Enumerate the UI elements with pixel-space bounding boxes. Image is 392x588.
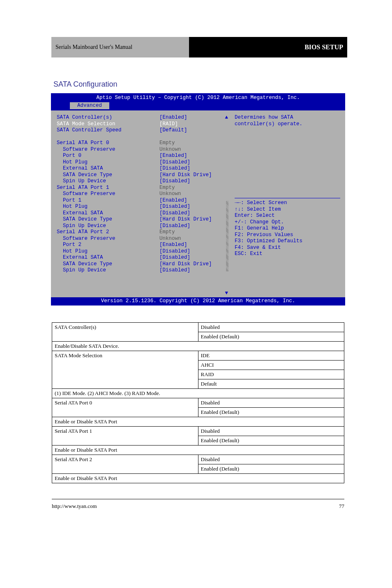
footer-divider (52, 499, 344, 499)
table-option-heading: Serial ATA Port 2 (52, 455, 198, 474)
bios-row[interactable]: Software PreserveUnknown (57, 147, 230, 153)
bios-row[interactable]: SATA Device Type[Hard Disk Drive] (57, 261, 230, 268)
bios-row-value: Empty (159, 229, 175, 236)
bios-row-label: SATA Device Type (57, 216, 159, 223)
scroll-up-icon[interactable]: ▲ (225, 115, 228, 121)
bios-row[interactable]: Port 2[Enabled] (57, 242, 230, 248)
bios-row[interactable]: Serial ATA Port 1Empty (57, 185, 230, 191)
section-title: SATA Configuration (53, 80, 117, 89)
bios-row-value: [Disabled] (159, 267, 190, 274)
table-option-description: Enable or Disable SATA Port (52, 446, 344, 455)
bios-row-value: [Enabled] (159, 242, 187, 248)
bios-row-label: External SATA (57, 165, 159, 172)
bios-row-value: [Disabled] (159, 204, 190, 210)
bios-row-label: SATA Controller Speed (57, 127, 159, 134)
bios-row[interactable]: SATA Device Type[Hard Disk Drive] (57, 172, 230, 179)
bios-row[interactable]: SATA Controller Speed[Default] (57, 127, 230, 134)
bios-row-label: Port 1 (57, 198, 159, 204)
bios-row-value: [Hard Disk Drive] (159, 261, 212, 268)
table-option-value: Disabled (198, 427, 344, 436)
bios-row-label (57, 134, 159, 140)
bios-row[interactable]: Serial ATA Port 0Empty (57, 140, 230, 147)
bios-right-panel: Determines how SATA controller(s) operat… (230, 110, 345, 297)
bios-row-label: Software Preserve (57, 236, 159, 242)
bios-row-label: Software Preserve (57, 147, 159, 153)
bios-row[interactable]: Spin Up Device[Disabled] (57, 223, 230, 230)
table-option-value: RAID (198, 370, 344, 379)
table-option-description: Enable/Disable SATA Device. (52, 342, 344, 351)
bios-row[interactable]: SATA Device Type[Hard Disk Drive] (57, 216, 230, 223)
bios-row[interactable]: Spin Up Device[Disabled] (57, 178, 230, 185)
nav-key-line: F4: Save & Exit (235, 245, 345, 251)
bios-row[interactable]: Port 1[Enabled] (57, 198, 230, 204)
bios-row-value: [Disabled] (159, 178, 190, 185)
bios-row[interactable]: Software PreserveUnknown (57, 191, 230, 198)
bios-row-value: [Disabled] (159, 248, 190, 255)
table-option-heading: SATA Mode Selection (52, 351, 198, 389)
bios-row-value: [Enabled] (159, 153, 187, 159)
table-option-heading: Serial ATA Port 1 (52, 427, 198, 446)
table-option-value: Enabled (Default) (198, 332, 344, 342)
bios-row-label: Spin Up Device (57, 178, 159, 185)
bios-row-value: Empty (159, 140, 175, 147)
bios-row-label: SATA Mode Selection (57, 121, 159, 128)
table-option-value: AHCI (198, 361, 344, 370)
bios-row[interactable]: External SATA[Disabled] (57, 210, 230, 217)
table-option-value: Default (198, 379, 344, 389)
bios-row[interactable]: SATA Mode Selection[RAID] (57, 121, 230, 128)
tab-advanced[interactable]: Advanced (70, 102, 109, 109)
bios-row-label: Serial ATA Port 0 (57, 140, 159, 147)
bios-row-label: External SATA (57, 255, 159, 261)
table-option-value: IDE (198, 351, 344, 361)
bios-row-value: Unknown (159, 236, 181, 242)
bios-row[interactable]: Port 0[Enabled] (57, 153, 230, 159)
nav-key-line: ESC: Exit (235, 251, 345, 257)
nav-key-line: F2: Previous Values (235, 232, 345, 239)
bios-row-value: [Disabled] (159, 159, 190, 166)
page-number: 77 (339, 503, 344, 510)
bios-row-value: Empty (159, 185, 175, 191)
nav-key-line: F3: Optimized Defaults (235, 238, 345, 245)
bios-row-value: [Enabled] (159, 198, 187, 204)
bios-row[interactable]: Hot Plug[Disabled] (57, 159, 230, 166)
help-text-line: controller(s) operate. (235, 121, 345, 128)
nav-key-line: Enter: Select (235, 213, 345, 219)
bios-row-label: External SATA (57, 210, 159, 217)
bios-row-value: [Disabled] (159, 255, 190, 261)
bios-row-value: [Disabled] (159, 210, 190, 217)
bios-row-label: Spin Up Device (57, 223, 159, 230)
bios-row[interactable]: External SATA[Disabled] (57, 255, 230, 261)
bios-row[interactable]: Software PreserveUnknown (57, 236, 230, 242)
scroll-track[interactable] (226, 201, 228, 271)
bios-row-label: Serial ATA Port 2 (57, 229, 159, 236)
bios-row-value: [Hard Disk Drive] (159, 216, 212, 223)
bios-title-bar: Aptio Setup Utility – Copyright (C) 2012… (51, 93, 345, 102)
bios-body: ▲ ▼ SATA Controller(s)[Enabled]SATA Mode… (51, 110, 345, 297)
bios-row-value: [Default] (159, 127, 187, 134)
bios-row[interactable]: Serial ATA Port 2Empty (57, 229, 230, 236)
footer-url: http://www.tyan.com (52, 503, 97, 510)
bios-row[interactable]: External SATA[Disabled] (57, 165, 230, 172)
bios-row[interactable]: Spin Up Device[Disabled] (57, 267, 230, 274)
bios-row[interactable]: SATA Controller(s)[Enabled] (57, 115, 230, 121)
table-option-value: Enabled (Default) (198, 408, 344, 417)
table-option-value: Disabled (198, 323, 344, 332)
bios-tab-bar: Advanced (51, 102, 345, 110)
bios-row-label: Software Preserve (57, 191, 159, 198)
scroll-down-icon[interactable]: ▼ (225, 290, 228, 297)
bios-row[interactable]: Hot Plug[Disabled] (57, 204, 230, 210)
bios-row-label: Hot Plug (57, 159, 159, 166)
table-option-description: Enable or Disable SATA Port (52, 417, 344, 427)
bios-row-value: [RAID] (159, 121, 178, 128)
bios-row-label: SATA Controller(s) (57, 115, 159, 121)
bios-row[interactable] (57, 134, 230, 140)
nav-key-line: F1: General Help (235, 225, 345, 232)
table-option-description: (1) IDE Mode. (2) AHCI Mode. (3) RAID Mo… (52, 389, 344, 398)
table-option-heading: SATA Controller(s) (52, 323, 198, 342)
nav-key-line: ↑↓: Select Item (235, 207, 345, 213)
bios-row[interactable]: Hot Plug[Disabled] (57, 248, 230, 255)
bios-row-label: Spin Up Device (57, 267, 159, 274)
bios-row-value: [Disabled] (159, 223, 190, 230)
nav-key-line: →←: Select Screen (235, 200, 345, 207)
nav-key-line: +/-: Change Opt. (235, 219, 345, 226)
